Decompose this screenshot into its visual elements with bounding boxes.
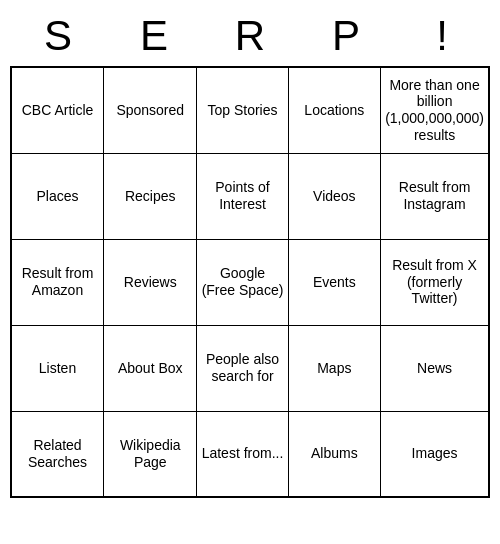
cell-r2-c1: Reviews: [104, 239, 197, 325]
cell-r3-c2: People also search for: [197, 325, 288, 411]
bingo-grid: CBC ArticleSponsoredTop StoriesLocations…: [10, 66, 490, 498]
title-letter-s: S: [10, 12, 106, 60]
title-letter-exclaim: !: [394, 12, 490, 60]
page-container: S E R P ! CBC ArticleSponsoredTop Storie…: [10, 8, 490, 498]
cell-r0-c1: Sponsored: [104, 67, 197, 153]
cell-r3-c3: Maps: [288, 325, 381, 411]
cell-r2-c4: Result from X (formerly Twitter): [381, 239, 489, 325]
cell-r2-c2: Google (Free Space): [197, 239, 288, 325]
cell-r4-c2: Latest from...: [197, 411, 288, 497]
cell-r3-c1: About Box: [104, 325, 197, 411]
cell-r1-c1: Recipes: [104, 153, 197, 239]
title-letter-e: E: [106, 12, 202, 60]
cell-r4-c1: Wikipedia Page: [104, 411, 197, 497]
cell-r0-c4: More than one billion (1,000,000,000) re…: [381, 67, 489, 153]
cell-r4-c0: Related Searches: [11, 411, 104, 497]
cell-r4-c4: Images: [381, 411, 489, 497]
cell-r1-c4: Result from Instagram: [381, 153, 489, 239]
cell-r2-c0: Result from Amazon: [11, 239, 104, 325]
cell-r1-c2: Points of Interest: [197, 153, 288, 239]
cell-r0-c2: Top Stories: [197, 67, 288, 153]
cell-r1-c3: Videos: [288, 153, 381, 239]
title-letter-r: R: [202, 12, 298, 60]
cell-r2-c3: Events: [288, 239, 381, 325]
title-row: S E R P !: [10, 8, 490, 64]
title-letter-p: P: [298, 12, 394, 60]
cell-r3-c0: Listen: [11, 325, 104, 411]
cell-r0-c3: Locations: [288, 67, 381, 153]
cell-r0-c0: CBC Article: [11, 67, 104, 153]
cell-r1-c0: Places: [11, 153, 104, 239]
cell-r4-c3: Albums: [288, 411, 381, 497]
cell-r3-c4: News: [381, 325, 489, 411]
